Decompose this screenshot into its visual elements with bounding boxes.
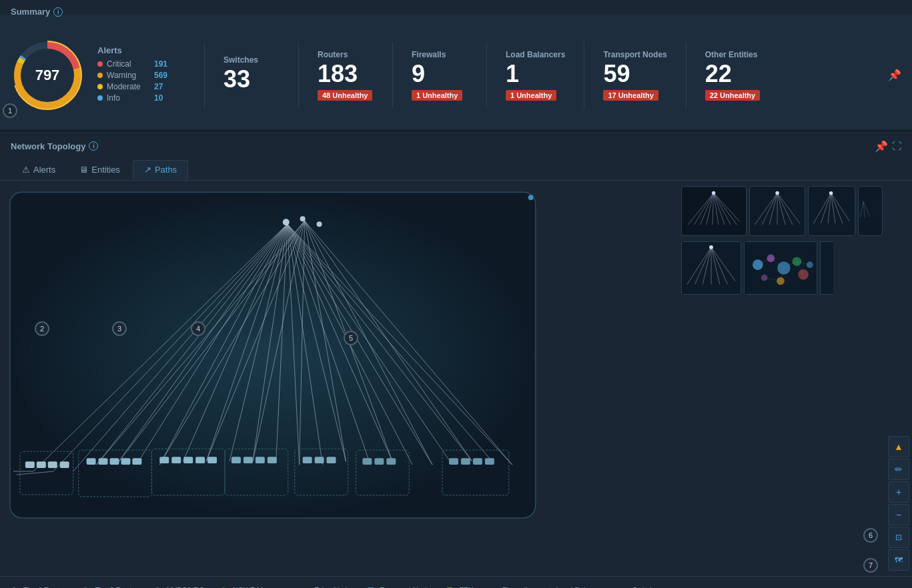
transport-node-icon: ▣ (364, 585, 376, 589)
map-icon: 🗺 (895, 555, 903, 565)
svg-rect-61 (244, 457, 253, 463)
legend-more[interactable]: more... (670, 586, 693, 589)
right-mini-maps (678, 181, 885, 576)
zoom-in-btn[interactable]: + (888, 481, 909, 503)
svg-rect-47 (37, 461, 46, 468)
warning-label: Warning (107, 71, 150, 80)
nsxt-label: NSX-T Manager (233, 586, 286, 589)
svg-point-102 (776, 191, 779, 195)
badge-4: 4 (191, 321, 205, 336)
topology-main: ▲ ✏ + − ⊡ 🗺 (0, 181, 912, 576)
mini-map-4-partial[interactable] (858, 186, 883, 236)
entities-tab-label: Entities (91, 165, 120, 175)
edit-toolbar-btn[interactable]: ✏ (888, 459, 909, 480)
paths-tab-icon: ↗ (144, 165, 151, 175)
right-toolbar: ▲ ✏ + − ⊡ 🗺 (885, 181, 912, 576)
summary-pin[interactable]: 📌 (888, 69, 901, 81)
svg-point-110 (829, 191, 833, 195)
zoom-out-btn[interactable]: − (888, 504, 909, 525)
legend-switch[interactable]: ⇌ Switch (617, 585, 654, 589)
legend-transport-node[interactable]: ▣ Transport Node (364, 585, 430, 589)
alert-toolbar-btn[interactable]: ▲ (888, 436, 909, 457)
summary-section: Summary i 1 (0, 0, 912, 131)
badge-3: 3 (112, 321, 127, 336)
tier1-router-icon: ⊕ (8, 585, 20, 589)
svg-rect-49 (60, 461, 69, 468)
mini-map-6-colorful[interactable] (744, 241, 817, 295)
legend-fex[interactable]: ⊞ FEX (444, 585, 473, 589)
warning-count: 569 (154, 71, 167, 80)
pin-action-icon[interactable]: 📌 (875, 140, 888, 153)
legend-bar: ⊕ Tier-1 Router ⊕ Tier-0 Router ⊜ NVDS/V… (0, 576, 912, 588)
routers-metric[interactable]: Routers 183 48 Unhealthy (312, 50, 379, 101)
svg-rect-64 (303, 457, 312, 463)
svg-rect-62 (256, 457, 265, 463)
svg-rect-67 (362, 458, 372, 465)
legend-firewall[interactable]: — Firewall (487, 585, 528, 589)
info-count: 10 (154, 93, 163, 103)
loadbalancers-metric[interactable]: Load Balancers 1 1 Unhealthy (500, 50, 570, 101)
tier0-router-label: Tier-0 Router (95, 586, 137, 589)
map-view-btn[interactable]: 🗺 (888, 549, 909, 571)
svg-rect-59 (207, 457, 217, 463)
svg-rect-70 (449, 458, 458, 465)
firewalls-value: 9 (412, 62, 425, 86)
load-balancer-icon: ◁ (541, 585, 553, 589)
mini-map-5[interactable] (681, 241, 741, 295)
svg-rect-50 (87, 458, 96, 465)
legend-tier1-router[interactable]: ⊕ Tier-1 Router (8, 585, 66, 589)
legend-nvds-vds[interactable]: ⊜ NVDS/VDS (151, 585, 204, 589)
fex-label: FEX (459, 586, 473, 589)
topology-info-icon[interactable]: i (89, 141, 98, 151)
tab-entities[interactable]: 🖥 Entities (68, 160, 131, 179)
alert-warning: Warning 569 (97, 71, 191, 80)
topology-header: Network Topology i 📌 ⛶ (0, 131, 912, 155)
svg-rect-57 (183, 457, 193, 463)
svg-point-8 (300, 216, 306, 221)
legend-load-balancer[interactable]: ◁ Load Balancer (541, 585, 604, 589)
firewalls-metric[interactable]: Firewalls 9 1 Unhealthy (406, 50, 473, 101)
topology-title-text: Network Topology (11, 141, 85, 151)
mini-map-1[interactable] (681, 186, 747, 236)
svg-rect-54 (132, 458, 141, 465)
legend-edge-node[interactable]: ■ Edge Node (299, 585, 351, 589)
fit-view-btn[interactable]: ⊡ (888, 527, 909, 548)
mini-map-2[interactable] (749, 186, 805, 236)
badge-6: 6 (863, 528, 878, 543)
badge-5: 5 (344, 331, 358, 345)
tab-alerts[interactable]: ⚠ Alerts (11, 160, 67, 179)
topology-svg (0, 181, 678, 576)
firewall-label: Firewall (502, 586, 528, 589)
switches-value: 33 (223, 67, 250, 91)
svg-rect-48 (48, 461, 57, 468)
divider-tn (686, 42, 687, 109)
routers-value: 183 (318, 62, 358, 86)
badge-7: 7 (863, 558, 878, 573)
fullscreen-icon[interactable]: ⛶ (892, 141, 901, 151)
divider-alerts (204, 42, 205, 109)
topology-canvas[interactable] (0, 181, 678, 576)
svg-rect-51 (99, 458, 108, 465)
transport-nodes-metric[interactable]: Transport Nodes 59 17 Unhealthy (598, 50, 672, 101)
svg-rect-72 (473, 458, 482, 465)
other-entities-metric[interactable]: Other Entities 22 22 Unhealthy (700, 50, 767, 101)
critical-count: 191 (154, 59, 167, 69)
transport-nodes-unhealthy: 17 Unhealthy (603, 90, 658, 101)
mini-map-edge (820, 241, 833, 295)
svg-rect-60 (232, 457, 241, 463)
tab-paths[interactable]: ↗ Paths (133, 160, 188, 179)
svg-rect-52 (110, 458, 119, 465)
topology-title: Network Topology i (11, 141, 98, 151)
badge-2: 2 (35, 321, 49, 336)
legend-tier0-router[interactable]: ⊕ Tier-0 Router (79, 585, 137, 589)
switches-metric[interactable]: Switches 33 (218, 55, 285, 95)
paths-tab-label: Paths (155, 165, 177, 175)
alerts-title: Alerts (97, 45, 191, 55)
mini-map-3[interactable] (808, 186, 855, 236)
pencil-edit-icon: ✏ (895, 464, 903, 475)
moderate-label: Moderate (107, 82, 150, 91)
summary-info-icon[interactable]: i (53, 7, 63, 17)
legend-nsxt-manager[interactable]: ⊛ NSX-T Manager (217, 585, 286, 589)
moderate-dot (97, 84, 103, 89)
switches-label: Switches (223, 55, 258, 65)
